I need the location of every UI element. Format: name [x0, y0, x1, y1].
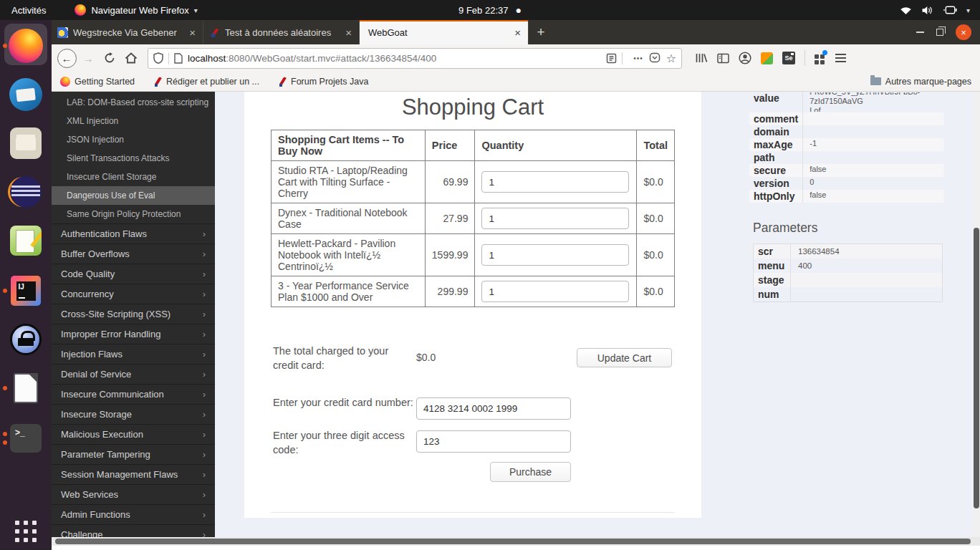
page-info-icon[interactable] [174, 53, 183, 64]
minimize-button[interactable] [916, 32, 924, 33]
cookie-key: maxAge [749, 138, 803, 151]
bookmark-rediger[interactable]: Rédiger et publier un ... [153, 77, 259, 87]
url-bar[interactable]: localhost:8080/WebGoat/start.mvc#attack/… [148, 48, 682, 69]
forward-button[interactable]: → [77, 47, 99, 69]
parameter-row: menu 400 [754, 259, 943, 273]
dock-item-libreoffice[interactable] [0, 368, 52, 408]
page-title: Shopping Cart [244, 95, 701, 120]
quantity-input[interactable] [481, 244, 629, 266]
back-button[interactable]: ← [56, 47, 77, 69]
dock-item-terminal[interactable]: >_ [0, 418, 52, 458]
dock-item-intellij[interactable]: IJ [0, 271, 52, 311]
update-cart-button[interactable]: Update Cart [577, 348, 672, 367]
clock-menu[interactable]: 9 Feb 22:37 ● [458, 4, 522, 16]
other-bookmarks-button[interactable]: Autres marque-pages [870, 77, 971, 87]
close-tab-icon[interactable]: × [188, 26, 197, 39]
feather-icon [153, 77, 162, 87]
menu-item-insecure-client-storage[interactable]: Insecure Client Storage [52, 168, 215, 186]
menu-item-silent-transactions[interactable]: Silent Transactions Attacks [52, 149, 215, 168]
pocket-icon[interactable] [649, 52, 660, 64]
bookmark-getting-started[interactable]: Getting Started [60, 77, 135, 87]
menu-category-session-management-flaws[interactable]: Session Management Flaws› [52, 464, 215, 484]
quantity-input[interactable] [481, 208, 629, 229]
menu-item-json-injection[interactable]: JSON Injection [52, 130, 215, 149]
tab-webgoat[interactable]: WebGoat × [360, 20, 529, 44]
bookmark-forum-projets-java[interactable]: Forum Projets Java [278, 77, 368, 87]
addon-icon[interactable] [761, 52, 773, 64]
menu-item-lab-dom-xss[interactable]: LAB: DOM-Based cross-site scripting [52, 93, 215, 112]
activities-button[interactable]: Activités [0, 5, 57, 16]
tab-wegstrecke[interactable]: Wegstrecke Via Gebener × [52, 20, 203, 44]
dock-item-firefox[interactable] [0, 26, 52, 66]
other-bookmarks-label: Autres marque-pages [885, 77, 971, 87]
bookmark-star-icon[interactable]: ☆ [666, 52, 676, 65]
menu-category-xss[interactable]: Cross-Site Scripting (XSS)› [52, 304, 215, 324]
menu-category-injection-flaws[interactable]: Injection Flaws› [52, 344, 215, 364]
col-header-items: Shopping Cart Items -- To Buy Now [272, 130, 426, 161]
menu-category-improper-error-handling[interactable]: Improper Error Handling› [52, 324, 215, 344]
vertical-scrollbar[interactable] [973, 92, 980, 539]
app-menu[interactable]: Navigateur Web Firefox ▾ [75, 4, 197, 16]
chevron-right-icon: › [203, 264, 206, 284]
item-total: $0.0 [637, 276, 675, 307]
account-icon[interactable] [739, 52, 751, 64]
new-tab-button[interactable]: + [529, 20, 553, 44]
menu-item-xml-injection[interactable]: XML Injection [52, 112, 215, 130]
menu-category-malicious-execution[interactable]: Malicious Execution› [52, 424, 215, 444]
chevron-right-icon: › [203, 425, 206, 444]
dock-item-notepad-plus-plus[interactable] [0, 221, 52, 261]
menu-item-same-origin-policy[interactable]: Same Origin Policy Protection [52, 205, 215, 223]
dock-item-eclipse[interactable] [0, 172, 52, 212]
dock-item-thunderbird[interactable] [0, 74, 52, 115]
parameters-table: scr 136634854 menu 400 stage num [753, 243, 943, 302]
url-text[interactable]: localhost:8080/WebGoat/start.mvc#attack/… [188, 53, 606, 64]
dock-item-show-applications[interactable] [0, 511, 52, 550]
menu-category-buffer-overflows[interactable]: Buffer Overflows› [52, 243, 215, 264]
quantity-input[interactable] [481, 171, 629, 193]
menu-category-code-quality[interactable]: Code Quality› [52, 264, 215, 284]
sidebar-toggle-icon[interactable] [717, 53, 729, 64]
cookie-key: version [749, 177, 803, 190]
scrollbar-thumb[interactable] [974, 228, 979, 508]
menu-category-admin-functions[interactable]: Admin Functions› [52, 504, 215, 524]
dock-item-files[interactable] [0, 123, 52, 163]
close-window-button[interactable]: × [956, 24, 971, 40]
system-tray[interactable]: ▾ [900, 6, 980, 15]
menu-category-parameter-tampering[interactable]: Parameter Tampering› [52, 444, 215, 464]
home-button[interactable] [120, 47, 142, 69]
chevron-down-icon: ▾ [966, 6, 970, 14]
quantity-input[interactable] [481, 281, 629, 302]
menu-category-web-services[interactable]: Web Services› [52, 484, 215, 504]
url-host: localhost [188, 53, 226, 64]
tab-test-donnees[interactable]: Test à données aléatoires × [203, 20, 360, 44]
reload-button[interactable] [99, 47, 120, 69]
menu-category-denial-of-service[interactable]: Denial of Service› [52, 364, 215, 384]
access-code-input[interactable] [416, 430, 571, 453]
horizontal-scrollbar[interactable] [52, 537, 980, 546]
cookie-value [803, 112, 944, 125]
close-tab-icon[interactable]: × [344, 26, 353, 39]
purchase-button[interactable]: Purchase [490, 462, 571, 482]
extensions-icon[interactable] [815, 52, 826, 64]
credit-card-label: Enter your credit card number: [273, 396, 416, 410]
thunderbird-icon [9, 78, 42, 111]
reader-mode-icon[interactable] [606, 53, 617, 64]
restore-button[interactable] [936, 29, 943, 36]
menu-icon[interactable] [835, 52, 846, 64]
item-name: 3 - Year Performance Service Plan $1000 … [272, 276, 426, 307]
menu-item-dangerous-use-of-eval[interactable]: Dangerous Use of Eval [52, 186, 215, 205]
menu-category-insecure-communication[interactable]: Insecure Communication› [52, 384, 215, 404]
menu-category-authentication-flaws[interactable]: Authentication Flaws› [52, 223, 215, 243]
shield-icon[interactable] [153, 52, 163, 64]
scrollbar-thumb[interactable] [55, 539, 971, 544]
library-icon[interactable] [695, 52, 708, 64]
menu-category-insecure-storage[interactable]: Insecure Storage› [52, 404, 215, 424]
dock-item-keepass[interactable] [0, 319, 52, 360]
close-tab-icon[interactable]: × [513, 26, 522, 39]
page-actions-icon[interactable]: ••• [633, 54, 643, 62]
credit-card-input[interactable] [416, 397, 571, 420]
menu-category-challenge[interactable]: Challenge› [52, 524, 215, 537]
tab-title: WebGoat [368, 27, 508, 38]
menu-category-concurrency[interactable]: Concurrency› [52, 284, 215, 304]
selenium-ide-icon[interactable]: Se [782, 52, 795, 64]
